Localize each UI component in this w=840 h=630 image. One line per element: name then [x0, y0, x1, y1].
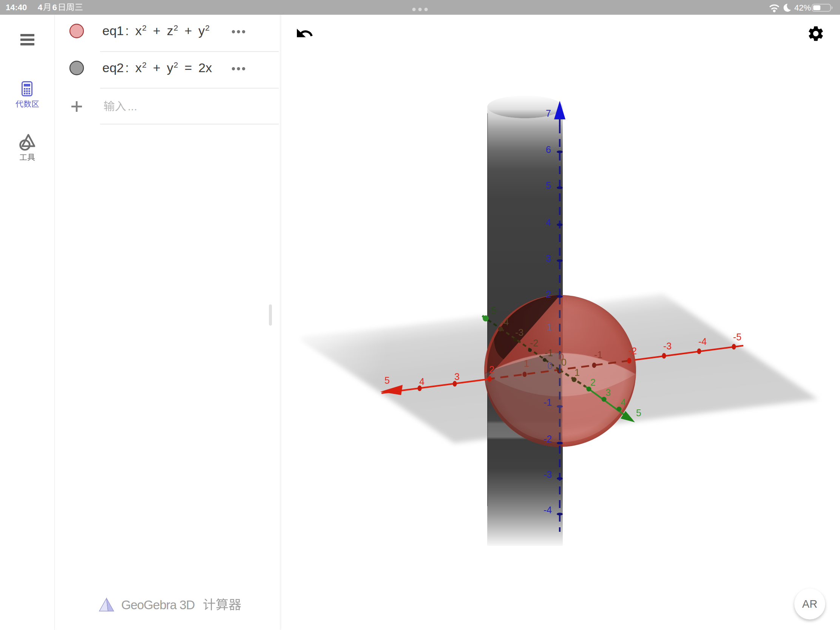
svg-text:-1: -1: [594, 349, 602, 360]
svg-text:2: 2: [546, 289, 551, 300]
svg-text:3: 3: [455, 371, 459, 382]
svg-text:-4: -4: [501, 316, 509, 327]
svg-text:1: 1: [524, 358, 529, 369]
svg-text:5: 5: [385, 375, 390, 385]
svg-text:-3: -3: [543, 469, 552, 480]
svg-text:AR: AR: [802, 598, 817, 610]
svg-text:6: 6: [52, 3, 57, 12]
svg-text:1: 1: [575, 367, 580, 378]
svg-text:...: ...: [128, 100, 137, 112]
svg-text:4: 4: [621, 397, 626, 407]
svg-text:4: 4: [419, 376, 425, 387]
svg-text:42%: 42%: [794, 3, 811, 13]
svg-text:-2: -2: [543, 434, 552, 444]
svg-text:5: 5: [636, 407, 641, 418]
svg-text:-3: -3: [663, 341, 671, 351]
svg-text:2: 2: [591, 377, 595, 387]
svg-text:6: 6: [546, 144, 551, 155]
svg-text:-4: -4: [543, 505, 552, 515]
svg-text:3: 3: [546, 253, 551, 264]
svg-text:GeoGebra 3D: GeoGebra 3D: [121, 598, 195, 612]
svg-text:-3: -3: [515, 327, 524, 338]
svg-text:-1: -1: [543, 397, 552, 407]
svg-text:-2: -2: [628, 346, 637, 356]
svg-text:-4: -4: [698, 336, 707, 347]
svg-text:5: 5: [546, 180, 551, 191]
svg-text:-5: -5: [733, 332, 741, 342]
svg-text:-5: -5: [488, 305, 496, 316]
svg-text:1: 1: [547, 322, 552, 332]
svg-text:4: 4: [38, 3, 43, 12]
svg-text:4: 4: [546, 217, 551, 228]
svg-text:14:40: 14:40: [6, 3, 27, 12]
svg-text:7: 7: [546, 108, 551, 118]
svg-text:3: 3: [605, 387, 611, 398]
svg-text:0: 0: [547, 360, 553, 371]
svg-text:2: 2: [489, 364, 494, 375]
svg-text:-1: -1: [545, 347, 553, 358]
svg-text:-2: -2: [530, 338, 538, 348]
svg-text:0: 0: [561, 357, 567, 368]
